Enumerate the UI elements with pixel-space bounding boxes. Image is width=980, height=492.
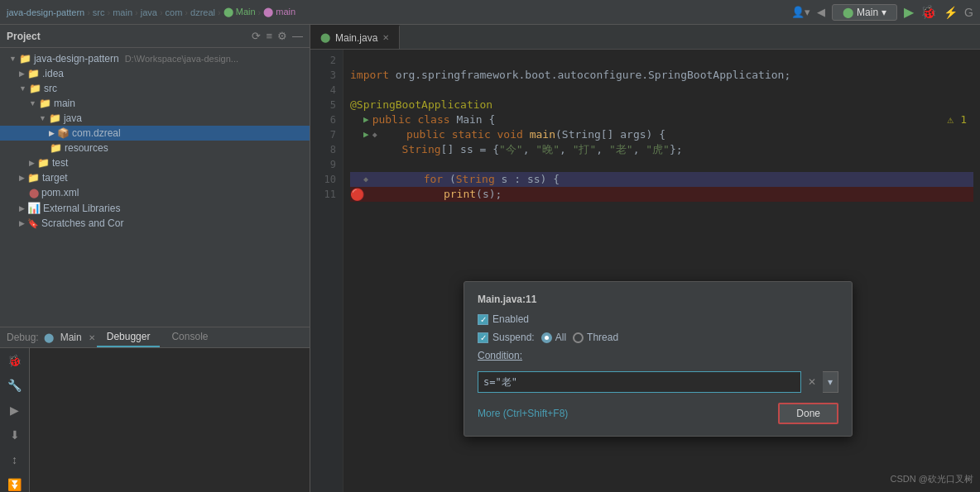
tree-item-resources[interactable]: 📁 resources bbox=[0, 141, 310, 155]
chevron-down-main: ▼ bbox=[29, 99, 36, 107]
breadcrumb-dzreal[interactable]: dzreal bbox=[190, 7, 215, 17]
bug-icon[interactable]: 🐞 bbox=[5, 351, 24, 370]
tree-label-target: target bbox=[42, 172, 68, 184]
breakpoint-dialog: Main.java:11 ✓ Enabled ✓ Suspend: All bbox=[464, 281, 853, 437]
debug-content-area bbox=[30, 348, 310, 492]
java-folder-icon: 📁 bbox=[49, 112, 61, 124]
collapse-icon[interactable]: ≡ bbox=[266, 30, 272, 42]
git-icon[interactable]: G bbox=[964, 6, 973, 19]
thread-label: Thread bbox=[587, 332, 618, 343]
tree-item-external[interactable]: ▶ 📊 External Libraries bbox=[0, 200, 310, 216]
breadcrumb: java-design-pattern › src › main › java … bbox=[7, 7, 788, 17]
done-button[interactable]: Done bbox=[778, 403, 838, 424]
tree-label-idea: .idea bbox=[42, 68, 64, 79]
enabled-checkbox-container[interactable]: ✓ Enabled bbox=[478, 313, 529, 325]
run-button[interactable]: ▶ bbox=[904, 4, 914, 20]
tree-item-main[interactable]: ▼ 📁 main bbox=[0, 96, 310, 111]
condition-input-row: ✕ ▾ bbox=[478, 371, 838, 393]
all-label: All bbox=[555, 332, 566, 343]
bottom-panel: Debug: ⬤ Main ✕ Debugger Console 🐞 🔧 ▶ ⬇… bbox=[0, 327, 310, 492]
filter-icon[interactable]: ⚙ bbox=[277, 30, 287, 42]
tab-console[interactable]: Console bbox=[161, 327, 218, 347]
chevron-down-java: ▼ bbox=[39, 114, 46, 122]
enabled-label: Enabled bbox=[492, 313, 529, 325]
tree-label-comdzreal: com.dzreal bbox=[72, 127, 121, 139]
tree-item-comdzreal[interactable]: ▶ 📦 com.dzreal bbox=[0, 126, 310, 141]
step-over-icon[interactable]: ▶ bbox=[7, 401, 22, 419]
tree-item-target[interactable]: ▶ 📁 target bbox=[0, 170, 310, 185]
bottom-content: 🐞 🔧 ▶ ⬇ ↕ ⏬ 🖩 🔇 bbox=[0, 348, 310, 492]
main-folder-icon: 📁 bbox=[39, 98, 51, 109]
debug-tools: 🐞 🔧 ▶ ⬇ ↕ ⏬ 🖩 🔇 bbox=[0, 348, 30, 492]
settings-icon[interactable]: — bbox=[292, 30, 303, 42]
breadcrumb-mainmethod[interactable]: ⬤ main bbox=[263, 7, 295, 17]
external-icon: 📊 bbox=[27, 202, 41, 214]
chevron-right-comdzreal: ▶ bbox=[49, 129, 55, 137]
xml-file-icon: ⬤ bbox=[29, 188, 39, 198]
tree-item-java[interactable]: ▼ 📁 java bbox=[0, 111, 310, 126]
thread-radio-container[interactable]: Thread bbox=[573, 332, 618, 343]
profile-run-icon[interactable]: ⚡ bbox=[944, 6, 958, 19]
test-folder-icon: 📁 bbox=[37, 157, 50, 169]
tab-main[interactable]: Main bbox=[55, 332, 87, 343]
sync-icon[interactable]: ⟳ bbox=[252, 30, 261, 42]
dialog-title: Main.java:11 bbox=[478, 294, 838, 305]
all-radio-container[interactable]: All bbox=[541, 332, 566, 343]
back-icon[interactable]: ◀ bbox=[817, 6, 825, 18]
suspend-checkbox-container[interactable]: ✓ Suspend: bbox=[478, 332, 535, 343]
target-folder-icon: 📁 bbox=[27, 172, 40, 184]
main-layout: Project ⟳ ≡ ⚙ — ▼ 📁 java-design-pattern … bbox=[0, 25, 980, 492]
tree-item-idea[interactable]: ▶ 📁 .idea bbox=[0, 66, 310, 81]
src-folder-icon: 📁 bbox=[29, 83, 41, 94]
tab-close-main[interactable]: ✕ bbox=[89, 333, 95, 342]
breadcrumb-project[interactable]: java-design-pattern bbox=[7, 7, 84, 17]
tree-item-src[interactable]: ▼ 📁 src bbox=[0, 81, 310, 96]
tree-label-resources: resources bbox=[65, 142, 108, 154]
debug-icon: ⬤ bbox=[44, 332, 54, 343]
breadcrumb-java[interactable]: java bbox=[141, 7, 157, 17]
suspend-checkbox[interactable]: ✓ bbox=[478, 332, 488, 343]
enabled-checkbox[interactable]: ✓ bbox=[478, 314, 488, 325]
tree-label-test: test bbox=[52, 157, 68, 169]
tree-label-scratches: Scratches and Cor bbox=[41, 217, 123, 229]
chevron-down-icon: ▼ bbox=[9, 55, 17, 63]
sidebar-header: Project ⟳ ≡ ⚙ — bbox=[0, 25, 310, 48]
more-link[interactable]: More (Ctrl+Shift+F8) bbox=[478, 408, 568, 419]
sidebar-icons: ⟳ ≡ ⚙ — bbox=[252, 30, 303, 42]
chevron-right-target: ▶ bbox=[19, 174, 25, 182]
tree-label-external: External Libraries bbox=[43, 203, 120, 214]
enabled-row: ✓ Enabled bbox=[478, 313, 838, 325]
file-tree: ▼ 📁 java-design-pattern D:\Workspace\jav… bbox=[0, 48, 310, 327]
config-icon: ⬤ bbox=[843, 7, 853, 18]
suspend-label: Suspend: bbox=[492, 332, 535, 343]
main-run-config[interactable]: ⬤ Main ▾ bbox=[832, 4, 897, 21]
suspend-row: ✓ Suspend: All Thread bbox=[478, 332, 838, 343]
chevron-right-scratches: ▶ bbox=[19, 219, 25, 227]
wrench-icon[interactable]: 🔧 bbox=[5, 376, 24, 394]
breadcrumb-mainclass[interactable]: ⬤ Main bbox=[223, 7, 256, 17]
step-into-icon[interactable]: ⬇ bbox=[7, 426, 22, 444]
tree-item-test[interactable]: ▶ 📁 test bbox=[0, 155, 310, 170]
tree-item-project[interactable]: ▼ 📁 java-design-pattern D:\Workspace\jav… bbox=[0, 51, 310, 66]
tree-label-main: main bbox=[54, 98, 75, 109]
tree-item-pom[interactable]: ⬤ pom.xml bbox=[0, 185, 310, 200]
tree-item-scratches[interactable]: ▶ 🔖 Scratches and Cor bbox=[0, 216, 310, 231]
all-radio[interactable] bbox=[541, 332, 552, 343]
condition-dropdown[interactable]: ▾ bbox=[823, 371, 838, 393]
breadcrumb-src[interactable]: src bbox=[93, 7, 105, 17]
resume-icon[interactable]: ⏬ bbox=[5, 475, 24, 492]
chevron-right-icon: ▶ bbox=[19, 69, 25, 78]
tab-debugger[interactable]: Debugger bbox=[97, 327, 161, 347]
condition-clear-btn[interactable]: ✕ bbox=[805, 376, 819, 388]
breadcrumb-main[interactable]: main bbox=[113, 7, 132, 17]
sidebar-title: Project bbox=[7, 31, 247, 42]
condition-input[interactable] bbox=[478, 371, 801, 393]
profile-icon[interactable]: 👤▾ bbox=[791, 6, 810, 18]
step-out-icon[interactable]: ↕ bbox=[9, 451, 20, 469]
debug-button[interactable]: 🐞 bbox=[920, 4, 937, 20]
thread-radio[interactable] bbox=[573, 332, 584, 343]
chevron-down-src: ▼ bbox=[19, 84, 26, 93]
resources-folder-icon: 📁 bbox=[50, 142, 62, 154]
editor-area: ⬤ Main.java ✕ 2 3 4 5 6 7 8 9 10 11 bbox=[310, 25, 980, 492]
breadcrumb-com[interactable]: com bbox=[166, 7, 183, 17]
